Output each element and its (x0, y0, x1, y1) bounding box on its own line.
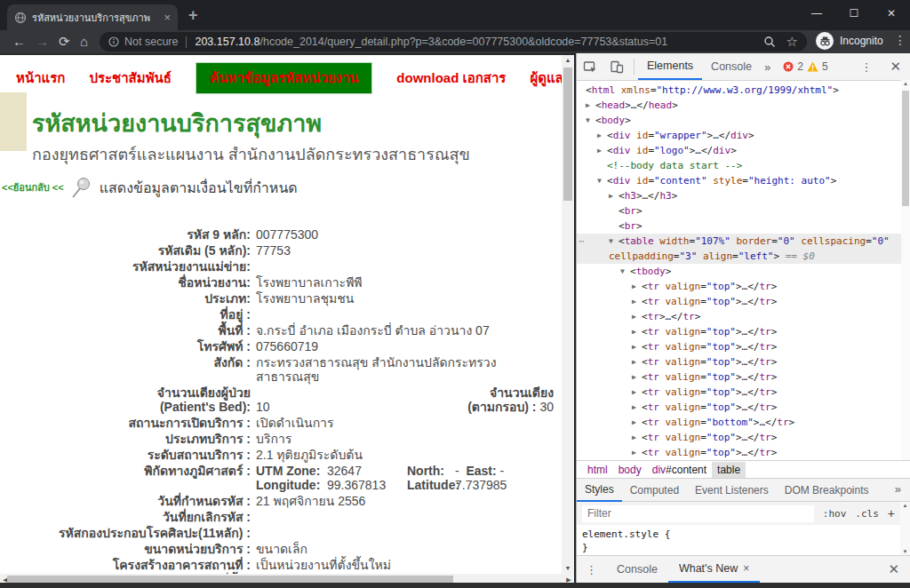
styles-tab[interactable]: DOM Breakpoints (777, 478, 877, 502)
code-line[interactable]: ▶<tr valign="top">…</tr> (577, 385, 901, 400)
field-row: รหัสหน่วยงานแม่ข่าย: (0, 259, 547, 274)
field-row: โครงสร้างอาคารสถานที่ : เป็นหน่วยงานที่ต… (0, 558, 547, 572)
scroll-down-icon[interactable]: ▼ (562, 563, 574, 574)
code-line[interactable]: <html xmlns="http://www.w3.org/1999/xhtm… (577, 83, 901, 98)
back-button[interactable]: ← (12, 33, 26, 51)
code-line[interactable]: ▶<tr valign="top">…</tr> (577, 279, 901, 294)
nav-menu-item[interactable]: ค้นหาข้อมูลรหัสหน่วยงาน (196, 62, 372, 94)
issue-badges[interactable]: 2 5 (783, 60, 827, 73)
reload-button[interactable]: ⟳ (59, 33, 70, 51)
scroll-up-icon[interactable]: ▲ (562, 55, 574, 66)
vertical-scroll-thumb[interactable] (563, 68, 572, 201)
field-label: ขนาดหน่วยบริการ : (0, 542, 256, 556)
styles-tab[interactable]: Computed (622, 478, 687, 502)
code-line[interactable]: ▶<tr>…</tr> (577, 309, 901, 324)
new-tab-button[interactable]: + (188, 6, 198, 25)
page-background-accent (0, 92, 27, 151)
code-line[interactable]: <br> (577, 219, 901, 234)
code-line[interactable]: <!--body data start --> (577, 158, 901, 173)
nav-menu-item[interactable]: หน้าแรก (16, 68, 65, 89)
code-line[interactable]: ▶<tr valign="top">…</tr> (577, 354, 901, 369)
toggle-class-button[interactable]: .cls (855, 508, 879, 520)
close-button[interactable]: ✕ (873, 0, 910, 27)
web-page: หน้าแรกประชาสัมพันธ์ค้นหาข้อมูลรหัสหน่วย… (0, 53, 574, 588)
devtools-close-icon[interactable]: ✕ (881, 59, 910, 75)
device-toolbar-icon[interactable] (603, 60, 630, 74)
code-line[interactable]: ▶<tr valign="top">…</tr> (577, 430, 901, 445)
styles-filter-input[interactable] (582, 505, 814, 522)
nav-menu-item[interactable]: ประชาสัมพันธ์ (89, 68, 172, 89)
maximize-button[interactable]: ☐ (835, 0, 873, 27)
code-line[interactable]: ▶<head>…</head> (577, 98, 901, 113)
inspect-element-icon[interactable] (577, 60, 603, 74)
code-line[interactable]: ▶<tr valign="top">…</tr> (577, 369, 901, 385)
code-line[interactable]: ▶<tr valign="top">…</tr> (577, 400, 901, 415)
nav-menu-item[interactable]: download เอกสาร (396, 68, 506, 89)
element-style-pane[interactable]: element.style { } (577, 525, 900, 558)
devtools-menu-icon[interactable]: ⋮ (853, 60, 879, 74)
back-link[interactable]: <<ย้อนกลับ << (2, 179, 64, 195)
home-button[interactable]: ⌂ (80, 33, 88, 51)
code-line[interactable]: <br> (577, 203, 901, 219)
minimize-button[interactable]: — (798, 0, 835, 27)
drawer-tab-whats-new[interactable]: What's New × (668, 556, 760, 583)
incognito-badge: Incognito (816, 32, 883, 50)
tab-elements[interactable]: Elements (638, 53, 702, 80)
styles-tab[interactable]: Styles (577, 478, 622, 502)
code-line[interactable]: ▶<tr valign="top">…</tr> (577, 324, 901, 339)
code-line[interactable]: ▶<h3>…</h3> (577, 188, 901, 203)
drawer-close-icon[interactable]: ✕ (877, 561, 910, 577)
tab-console[interactable]: Console (702, 53, 761, 80)
code-line[interactable]: ▶<tr valign="bottom">…</tr> (577, 415, 901, 430)
bookmark-star-icon[interactable]: ☆ (786, 34, 798, 50)
search-icon[interactable] (763, 36, 776, 48)
page-vertical-scrollbar[interactable]: ▲ ▼ (562, 55, 574, 574)
more-tabs-icon[interactable]: » (761, 60, 774, 74)
code-line[interactable]: ▼<tbody> (577, 264, 901, 279)
header-separator (634, 59, 635, 75)
scroll-down-icon[interactable]: ▼ (900, 549, 910, 554)
code-line[interactable]: ▶<tr valign="top">…</tr> (577, 294, 901, 309)
styles-tab[interactable]: Event Listeners (687, 478, 777, 502)
styles-more-tabs-icon[interactable]: » (888, 482, 908, 496)
breadcrumb-item[interactable]: html (582, 462, 613, 478)
info-icon[interactable] (108, 36, 119, 47)
browser-menu-icon[interactable]: ⋮ (894, 33, 906, 47)
code-line[interactable]: ▶<tr valign="top">…</tr> (577, 339, 901, 354)
elements-scroll-thumb[interactable] (902, 91, 909, 206)
field-value (256, 510, 547, 524)
code-line[interactable]: ⋯▼<table width="107%" border="0" cellspa… (577, 234, 901, 264)
elements-scrollbar[interactable]: ▲ (901, 80, 910, 460)
code-line[interactable]: ▶<div id="logo">…</div> (577, 143, 901, 158)
field-label: สังกัด : (0, 355, 256, 384)
field-label: โครงสร้างอาคารสถานที่ : (0, 558, 256, 572)
scroll-up-icon[interactable]: ▲ (900, 503, 910, 508)
scroll-up-icon[interactable]: ▲ (901, 81, 910, 86)
address-bar[interactable]: Not secure 203.157.10.8 /hcode_2014/quer… (100, 32, 807, 52)
code-line[interactable]: ▼<div id="content" style="height: auto"> (577, 173, 901, 188)
field-row: ขนาดหน่วยบริการ : ขนาดเล็ก (0, 542, 547, 556)
element-style-closing-brace: } (582, 541, 900, 554)
tab-close-icon[interactable]: × (164, 12, 171, 23)
drawer-menu-icon[interactable]: ⋮ (577, 563, 606, 576)
field-row: วันที่กำหนดรหัส : 21 พฤศจิกายน 2556 (0, 494, 547, 508)
code-line[interactable]: ▼<body> (577, 113, 901, 128)
field-row: สังกัด : กระทรวงสาธารณสุข สำนักงานปลัดกร… (0, 355, 547, 384)
element-style-selector[interactable]: element.style { (582, 528, 900, 541)
drawer-tab-console[interactable]: Console (606, 556, 668, 583)
new-style-rule-button[interactable]: + (888, 506, 895, 520)
drawer-tab-close-icon[interactable]: × (743, 562, 749, 575)
code-line[interactable]: ▶<div id="wrapper">…</div> (577, 128, 901, 143)
toggle-hover-button[interactable]: :hov (823, 508, 847, 520)
field-value: 007775300 (256, 227, 547, 242)
beds-row: จำนวนเตียงผู้ป่วย (Patient's Bed): 10 จำ… (0, 385, 547, 414)
breadcrumb-item[interactable]: body (613, 462, 647, 478)
forward-button[interactable]: → (36, 33, 49, 51)
code-line[interactable]: ▶<tr valign="top">…</tr> (577, 445, 901, 460)
overflow-menu-icon[interactable]: ⋯ (579, 234, 586, 249)
breadcrumb-item[interactable]: table (712, 462, 746, 478)
styles-scrollbar[interactable]: ▲ ▼ (900, 502, 910, 555)
breadcrumb-item[interactable]: div#content (647, 462, 712, 478)
field-value: 075660719 (256, 339, 547, 354)
browser-tab[interactable]: รหัสหน่วยงานบริการสุขภาพ × (7, 4, 178, 30)
